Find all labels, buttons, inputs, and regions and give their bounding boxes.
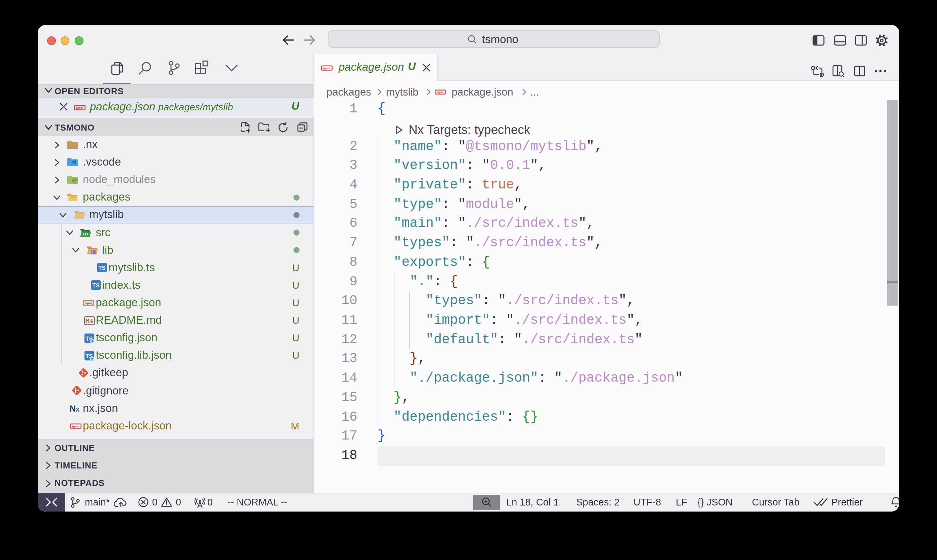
svg-text:TS: TS bbox=[98, 265, 106, 272]
svg-text:npm: npm bbox=[72, 425, 79, 428]
svg-text:x: x bbox=[76, 405, 79, 412]
svg-text:N: N bbox=[70, 403, 76, 413]
svg-text:npm: npm bbox=[85, 302, 92, 305]
svg-text:npm: npm bbox=[437, 91, 444, 94]
svg-text:JS: JS bbox=[73, 179, 77, 183]
svg-text:npm: npm bbox=[76, 106, 83, 110]
svg-text:npm: npm bbox=[323, 66, 331, 70]
svg-text:TS: TS bbox=[92, 282, 100, 289]
